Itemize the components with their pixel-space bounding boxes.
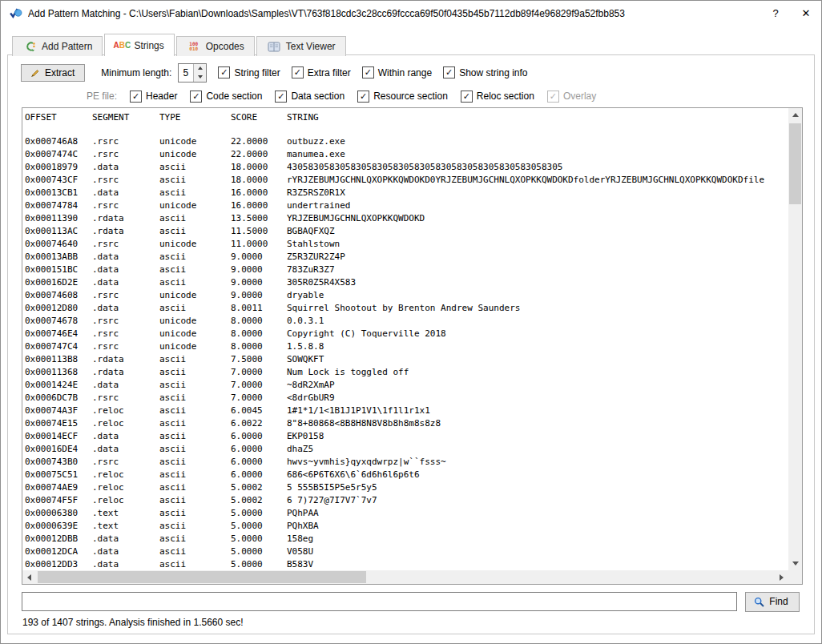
column-header-segment[interactable]: SEGMENT	[92, 111, 159, 124]
table-row[interactable]: 0x0007474C.rsrcunicode22.0000manumea.exe	[25, 148, 788, 161]
scroll-left-button[interactable]	[22, 570, 36, 584]
table-row[interactable]: 0x000746A8.rsrcunicode22.0000outbuzz.exe	[25, 135, 788, 148]
cell-segment: .data	[92, 276, 159, 289]
cell-segment: .rsrc	[92, 340, 159, 353]
table-row[interactable]: 0x00006380.textascii5.0000PQhPAA	[25, 507, 788, 520]
table-row[interactable]: 0x00074640.rsrcunicode11.0000Stahlstown	[25, 238, 788, 251]
scroll-down-button[interactable]	[788, 557, 802, 570]
table-row[interactable]: 0x00074784.rsrcunicode16.0000undertraine…	[25, 199, 788, 212]
table-row[interactable]: 0x000747C4.rsrcunicode8.00001.5.8.8	[25, 340, 788, 353]
cell-segment: .rsrc	[92, 328, 159, 340]
checkbox-label: Within range	[378, 67, 432, 78]
table-row[interactable]: 0x000113B8.rdataascii7.5000SOWQKFT	[25, 353, 788, 366]
table-row[interactable]: 0x000743B0.rsrcascii6.0000hwvs~yvmhis}qy…	[25, 456, 788, 469]
tab-text-viewer[interactable]: Text Viewer	[256, 36, 346, 56]
strings-abc-icon: ABC	[115, 40, 129, 51]
table-row[interactable]: 0x00013CB1.dataascii16.0000R3Z5RSZ0R1X	[25, 187, 788, 199]
minimum-length-spinner[interactable]: 5	[178, 63, 207, 83]
help-button[interactable]: ?	[760, 1, 791, 26]
table-row[interactable]: 0x000743CF.rsrcascii18.0000rYRJZEBUMJGCH…	[25, 174, 788, 187]
table-row[interactable]: 0x00014ECF.dataascii6.0000EKP0158	[25, 430, 788, 443]
strings-table[interactable]: OFFSET SEGMENT TYPE SCORE STRING 0x00074…	[22, 107, 803, 585]
table-row[interactable]: 0x000151BC.dataascii9.0000783ZuR3Z7	[25, 264, 788, 276]
cell-type: ascii	[159, 392, 231, 405]
table-row[interactable]: 0x00016DE4.dataascii6.0000dhaZ5	[25, 443, 788, 456]
checkbox-show-string-info[interactable]: ✓ Show string info	[443, 66, 527, 78]
table-row[interactable]: 0x00012D80.dataascii8.0011Squirrel Shoot…	[25, 302, 788, 315]
table-row[interactable]: 0x00075C51.relocascii6.0000686<6P6T6X6\6…	[25, 469, 788, 481]
scroll-up-button[interactable]	[788, 108, 802, 122]
checkbox-label: String filter	[234, 67, 280, 78]
cell-offset: 0x000743B0	[25, 456, 92, 469]
table-row[interactable]: 0x00074608.rsrcunicode9.0000dryable	[25, 289, 788, 302]
cell-segment: .rdata	[92, 212, 159, 225]
cell-string: PQhXBA	[287, 520, 788, 533]
column-header-offset[interactable]: OFFSET	[25, 111, 92, 124]
column-header-score[interactable]: SCORE	[231, 111, 287, 124]
table-row[interactable]: 0x0001424E.dataascii7.0000~8dR2XmAP	[25, 379, 788, 392]
minimum-length-value[interactable]: 5	[179, 64, 193, 82]
cell-offset: 0x000746E4	[25, 328, 92, 340]
spinner-up-button[interactable]	[194, 64, 206, 73]
column-header-type[interactable]: TYPE	[159, 111, 231, 124]
table-row[interactable]: 0x00012DCA.dataascii5.0000V058U	[25, 545, 788, 558]
search-input[interactable]	[22, 592, 737, 611]
table-row[interactable]: 0x0000639E.textascii5.0000PQhXBA	[25, 520, 788, 533]
vertical-scrollbar[interactable]	[788, 108, 802, 570]
book-icon	[267, 41, 281, 52]
title-bar[interactable]: Add Pattern Matching - C:\Users\Fabian\D…	[1, 1, 821, 26]
cell-score: 5.0000	[231, 520, 287, 533]
cell-segment: .reloc	[92, 494, 159, 507]
cell-string: Stahlstown	[287, 238, 788, 251]
cell-offset: 0x0007474C	[25, 148, 92, 161]
cell-segment: .rdata	[92, 366, 159, 379]
cell-type: ascii	[159, 366, 231, 379]
checkbox-resource-section[interactable]: ✓ Resource section	[357, 91, 448, 103]
tab-opcodes[interactable]: 100010 Opcodes	[176, 36, 255, 56]
checkbox-within-range[interactable]: ✓ Within range	[362, 66, 432, 78]
table-row[interactable]: 0x00016D2E.dataascii9.0000305R0Z5R4X583	[25, 276, 788, 289]
table-row[interactable]: 0x000746E4.rsrcunicode8.0000Copyright (C…	[25, 328, 788, 340]
checkbox-data-section[interactable]: ✓ Data section	[275, 91, 345, 103]
cell-string: 305R0Z5R4X583	[287, 276, 788, 289]
table-row[interactable]: 0x00074F5F.relocascii5.00026 7)727@7I7V7…	[25, 494, 788, 507]
table-row[interactable]: 0x00011368.rdataascii7.0000Num Lock is t…	[25, 366, 788, 379]
find-button[interactable]: Find	[745, 592, 800, 612]
cell-type: ascii	[159, 481, 231, 494]
column-header-string[interactable]: STRING	[287, 111, 788, 124]
checkbox-string-filter[interactable]: ✓ String filter	[218, 66, 280, 78]
tab-strings[interactable]: ABC Strings	[104, 34, 174, 56]
checkbox-header[interactable]: ✓ Header	[130, 91, 177, 103]
vertical-scroll-thumb[interactable]	[789, 123, 801, 204]
cell-score: 5.0000	[231, 507, 287, 520]
tab-add-pattern[interactable]: Add Pattern	[12, 36, 103, 56]
table-row[interactable]: 0x00074E15.relocascii6.00228"8+80868<8B8…	[25, 417, 788, 430]
spinner-down-button[interactable]	[194, 73, 206, 82]
table-row[interactable]: 0x000113AC.rdataascii11.5000BGBAQFXQZ	[25, 225, 788, 238]
cell-type: ascii	[159, 225, 231, 238]
cell-type: ascii	[159, 430, 231, 443]
checkbox-reloc-section[interactable]: ✓ Reloc section	[461, 91, 534, 103]
table-row[interactable]: 0x00012DD3.dataascii5.0000B583V	[25, 558, 788, 570]
table-row[interactable]: 0x0006DC7B.rsrcascii7.0000<8drGbUR9	[25, 392, 788, 405]
checkbox-code-section[interactable]: ✓ Code section	[190, 91, 262, 103]
close-button[interactable]: ✕	[791, 1, 821, 26]
table-row[interactable]: 0x00074678.rsrcunicode8.00000.0.3.1	[25, 315, 788, 328]
table-row[interactable]: 0x00018979.dataascii18.00004305830583058…	[25, 161, 788, 174]
cell-type: ascii	[159, 353, 231, 366]
horizontal-scrollbar[interactable]	[22, 570, 788, 584]
scroll-right-button[interactable]	[775, 570, 788, 584]
spinner-buttons	[193, 64, 206, 82]
cell-string: 4305830583058305830583058305830583058305…	[287, 161, 788, 174]
table-row[interactable]: 0x00074AE9.relocascii5.00025 555B5I5P5e5…	[25, 481, 788, 494]
horizontal-scroll-thumb[interactable]	[38, 571, 366, 583]
cell-type: unicode	[159, 328, 231, 340]
table-row[interactable]: 0x00074A3F.relocascii6.00451#1*1/1<1B1J1…	[25, 405, 788, 417]
extract-button[interactable]: Extract	[21, 64, 85, 82]
table-row[interactable]: 0x00012DBB.dataascii5.0000158eg	[25, 533, 788, 545]
table-row[interactable]: 0x00011390.rdataascii13.5000YRJZEBUMJGCH…	[25, 212, 788, 225]
table-row[interactable]: 0x00013ABB.dataascii9.0000Z5R3ZUR2Z4P	[25, 251, 788, 264]
checkbox-extra-filter[interactable]: ✓ Extra filter	[292, 66, 351, 78]
cell-string: 686<6P6T6X6\6`6d6h6l6p6t6	[287, 469, 788, 481]
cell-offset: 0x00011390	[25, 212, 92, 225]
